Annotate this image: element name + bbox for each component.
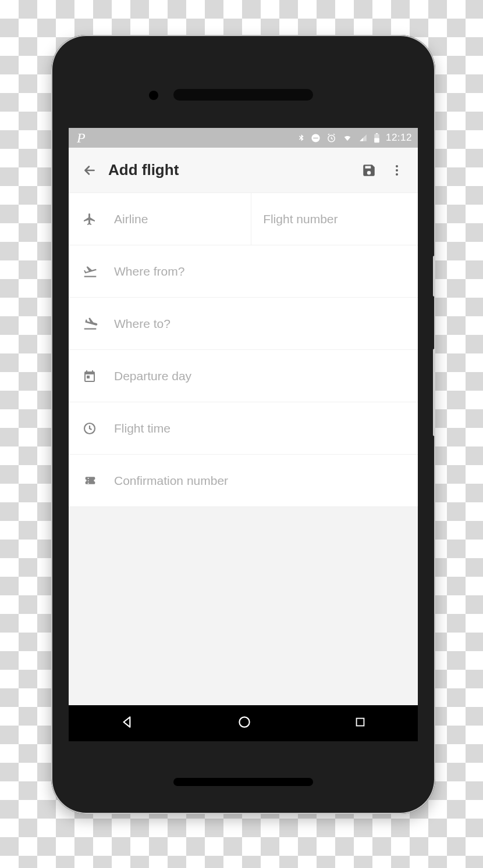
- home-indicator: [173, 778, 313, 786]
- row-confirmation: [69, 455, 418, 507]
- row-from: [69, 245, 418, 298]
- save-button[interactable]: [355, 156, 383, 184]
- status-clock: 12:12: [386, 132, 412, 144]
- flight-takeoff-icon: [83, 264, 114, 279]
- svg-point-6: [396, 165, 398, 167]
- flight-land-icon: [83, 316, 114, 331]
- bluetooth-icon: [297, 133, 305, 143]
- nav-home-button[interactable]: [237, 715, 252, 732]
- row-airline-flightnumber: [69, 193, 418, 245]
- app-bar: Add flight: [69, 148, 418, 193]
- android-nav-bar: [69, 705, 418, 741]
- svg-rect-11: [357, 719, 364, 726]
- battery-icon: [374, 133, 380, 143]
- alarm-icon: [326, 133, 336, 143]
- row-time: [69, 402, 418, 455]
- signal-icon: [358, 134, 368, 142]
- svg-point-7: [396, 169, 398, 172]
- back-button[interactable]: [76, 156, 104, 184]
- overflow-menu-button[interactable]: [383, 156, 411, 184]
- front-camera: [149, 91, 158, 100]
- calendar-icon: [83, 369, 114, 383]
- departure-day-input[interactable]: [114, 369, 406, 383]
- empty-area: [69, 507, 418, 681]
- phone-frame: P 12:12: [51, 35, 435, 814]
- row-departure: [69, 350, 418, 402]
- svg-rect-5: [376, 133, 378, 134]
- clock-icon: [83, 422, 114, 435]
- nav-recents-button[interactable]: [354, 716, 367, 731]
- dnd-icon: [311, 133, 321, 143]
- where-from-input[interactable]: [114, 265, 406, 278]
- row-to: [69, 298, 418, 350]
- flight-number-input[interactable]: [263, 212, 415, 226]
- airline-input[interactable]: [114, 212, 251, 226]
- ticket-icon: [83, 475, 114, 487]
- svg-point-8: [396, 173, 398, 176]
- where-to-input[interactable]: [114, 317, 406, 331]
- svg-rect-1: [313, 137, 318, 138]
- svg-point-10: [239, 717, 249, 727]
- flight-form: [69, 193, 418, 507]
- side-button-top: [433, 256, 435, 297]
- airplane-icon: [83, 212, 114, 226]
- earpiece: [173, 89, 313, 101]
- side-button-bottom: [433, 349, 435, 436]
- svg-rect-4: [374, 138, 379, 142]
- wifi-icon: [342, 134, 353, 142]
- carrier-glyph: P: [74, 130, 86, 146]
- flight-time-input[interactable]: [114, 422, 406, 435]
- status-bar: P 12:12: [69, 128, 418, 148]
- nav-back-button[interactable]: [120, 715, 135, 732]
- screen: P 12:12: [69, 128, 418, 741]
- confirmation-number-input[interactable]: [114, 474, 406, 488]
- page-title: Add flight: [108, 161, 355, 179]
